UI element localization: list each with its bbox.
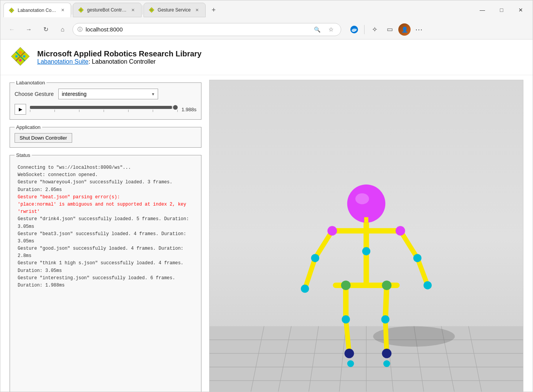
maximize-button[interactable]: □ (493, 3, 510, 16)
status-line-1: Connecting to "ws://localhost:8000/ws"..… (18, 164, 193, 171)
svg-point-15 (23, 55, 25, 58)
tab-sep-2 (142, 5, 143, 15)
url-text: localhost:8000 (86, 26, 309, 33)
left-arm-lower (305, 258, 315, 289)
zoom-icon[interactable]: 🔍 (312, 24, 322, 35)
right-arm-lower (417, 258, 428, 285)
playback-row: ▶ (15, 104, 196, 115)
joint-left-shoulder (327, 226, 337, 236)
svg-point-14 (15, 55, 18, 58)
left-leg-lower (346, 320, 349, 354)
labanotation-legend: Labanotation (15, 80, 46, 86)
tick-3 (79, 110, 79, 112)
floor-grid (210, 326, 523, 392)
tab2-close[interactable]: ✕ (130, 7, 137, 13)
joint-left-elbow (311, 254, 319, 262)
gesture-label: Choose Gesture (15, 91, 54, 97)
tick-2 (54, 110, 55, 112)
joint-left-wrist (301, 285, 309, 293)
gesture-row: Choose Gesture interesting howareyou4 be… (15, 89, 196, 99)
joint-left-toe (347, 360, 354, 367)
status-line-3: Gesture "howareyou4.json" successfully l… (18, 179, 193, 193)
tab1-close[interactable]: ✕ (59, 7, 66, 14)
robot-head (347, 184, 385, 222)
tick-4 (104, 110, 104, 112)
collections-icon[interactable]: ▭ (383, 23, 397, 36)
profile-avatar[interactable]: 👤 (398, 23, 411, 36)
header-subtitle: Labanotation Suite: Labanotation Control… (37, 58, 201, 65)
url-bar[interactable]: ⓘ localhost:8000 🔍 ☆ (73, 23, 341, 36)
gesture-select[interactable]: interesting howareyou4 beat drink4 beat3… (58, 89, 158, 99)
labanotation-suite-link[interactable]: Labanotation Suite (37, 58, 88, 65)
status-line-8: Gesture "good.json" successfully loaded.… (18, 245, 193, 260)
tab3-favicon (149, 7, 155, 13)
page-header: Microsoft Applied Robotics Research Libr… (0, 40, 533, 75)
joint-right-wrist (424, 281, 432, 289)
joint-right-shoulder (396, 226, 405, 236)
status-line-9: Gesture "think 1 high s.json" successful… (18, 260, 193, 274)
toolbar-divider-1 (364, 25, 365, 34)
right-leg-upper (385, 285, 387, 320)
page-content: Microsoft Applied Robotics Research Libr… (0, 40, 533, 392)
tab-gesture-service[interactable]: Gesture Service ✕ (144, 3, 206, 17)
tab1-favicon (8, 7, 15, 13)
svg-point-13 (19, 51, 22, 54)
minimize-button[interactable]: — (474, 3, 491, 16)
gesture-select-wrapper: interesting howareyou4 beat drink4 beat3… (58, 89, 158, 99)
shutdown-button[interactable]: Shut Down Controller (15, 133, 72, 143)
right-arm-upper (400, 231, 417, 258)
head-highlight (355, 193, 369, 204)
application-fieldset: Application Shut Down Controller (10, 124, 201, 148)
tab2-favicon (78, 7, 84, 13)
application-legend: Application (15, 124, 42, 130)
address-bar: ← → ↻ ⌂ ⓘ localhost:8000 🔍 ☆ ✧ ▭ 👤 ·· (0, 20, 533, 40)
toolbar-actions: ✧ ▭ 👤 ··· (347, 23, 426, 36)
info-icon: ⓘ (78, 26, 83, 33)
main-layout: Labanotation Choose Gesture interesting … (0, 75, 533, 392)
tick-7 (177, 110, 178, 112)
joint-left-hip (341, 280, 351, 290)
refresh-button[interactable]: ↻ (39, 23, 53, 36)
status-content: Connecting to "ws://localhost:8000/ws"..… (15, 161, 196, 292)
tick-6 (153, 110, 153, 112)
home-button[interactable]: ⌂ (56, 23, 69, 36)
tab-gesturebot[interactable]: gestureBot Contr… ✕ (73, 3, 142, 17)
joint-right-elbow (413, 254, 421, 262)
progress-thumb[interactable] (173, 105, 178, 110)
tab-labanotation[interactable]: Labanotation Co… ✕ (3, 3, 71, 17)
window-controls: — □ ✕ (474, 3, 530, 16)
tick-5 (128, 110, 129, 112)
forward-button[interactable]: → (22, 23, 36, 36)
right-leg-lower (385, 320, 387, 354)
status-line-4: Gesture "beat.json" parsing error(s): (18, 194, 193, 201)
favorites-toolbar-icon[interactable]: ✧ (368, 23, 381, 36)
tab1-title: Labanotation Co… (18, 8, 56, 13)
joint-left-knee (342, 315, 350, 323)
status-line-10: Gesture "interesting.json" successfully … (18, 275, 193, 289)
status-line-7: Gesture "beat3.json" successfully loaded… (18, 231, 193, 245)
timeline-container (30, 106, 178, 113)
play-button[interactable]: ▶ (15, 104, 26, 115)
robot-viewer (209, 80, 523, 392)
header-title: Microsoft Applied Robotics Research Libr… (37, 49, 201, 58)
joint-chest (362, 247, 370, 255)
status-line-6: Gesture "drink4.json" successfully loade… (18, 216, 193, 230)
progress-track[interactable] (30, 106, 178, 109)
robot-svg (210, 80, 523, 392)
joint-right-knee (381, 315, 389, 323)
more-options-button[interactable]: ··· (412, 23, 426, 36)
progress-fill (30, 106, 172, 109)
favorites-icon[interactable]: ☆ (325, 24, 336, 35)
back-button[interactable]: ← (5, 23, 19, 36)
joint-right-ankle (382, 349, 391, 358)
header-text-block: Microsoft Applied Robotics Research Libr… (37, 49, 201, 65)
close-button[interactable]: ✕ (512, 3, 530, 16)
header-subtitle-suffix: : Labanotation Controller (88, 58, 155, 65)
new-tab-button[interactable]: + (207, 3, 220, 16)
status-line-5: 'place:normal' is ambiguous and not supp… (18, 201, 193, 216)
title-bar: Labanotation Co… ✕ gestureBot Contr… ✕ G… (0, 0, 533, 20)
status-line-2: WebSocket: connection opened. (18, 171, 193, 179)
edge-icon[interactable] (347, 23, 361, 36)
left-arm-upper (315, 231, 332, 258)
tab3-close[interactable]: ✕ (194, 7, 201, 13)
